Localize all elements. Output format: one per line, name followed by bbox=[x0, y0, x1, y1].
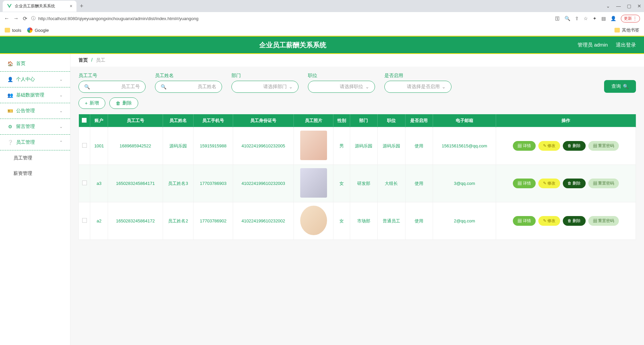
cell-enabled: 使用 bbox=[405, 127, 433, 165]
admin-label[interactable]: 管理员 admin bbox=[578, 42, 608, 48]
url-input[interactable]: ⓘ http://localhost:8080/qiyeyuangongxinc… bbox=[31, 15, 551, 21]
cell-gender: 女 bbox=[333, 202, 350, 240]
close-icon[interactable]: ✕ bbox=[637, 3, 641, 9]
filter-select-position[interactable]: 请选择职位⌄ bbox=[308, 81, 375, 93]
tab-close-icon[interactable]: × bbox=[70, 3, 72, 9]
add-button[interactable]: +新增 bbox=[78, 97, 105, 109]
cell-dept: 源码乐园 bbox=[350, 127, 377, 165]
th-photo: 员工照片 bbox=[294, 114, 333, 127]
row-checkbox[interactable] bbox=[82, 218, 87, 223]
cell-phone: 17703786903 bbox=[194, 165, 233, 202]
sidebar-item-profile[interactable]: 👤个人中心⌄ bbox=[0, 72, 70, 87]
th-position: 职位 bbox=[378, 114, 405, 127]
th-phone: 员工手机号 bbox=[194, 114, 233, 127]
reset-password-button[interactable]: ▦ 重置密码 bbox=[588, 141, 619, 151]
sidebar-sub-salary[interactable]: 薪资管理 bbox=[0, 166, 70, 181]
th-enabled: 是否启用 bbox=[405, 114, 433, 127]
employee-table: 账户 员工工号 员工姓名 员工手机号 员工身份证号 员工照片 性别 部门 职位 … bbox=[78, 114, 636, 240]
bookmark-other[interactable]: 其他书签 bbox=[614, 27, 639, 33]
table-row: a3 1650283245864171 员工姓名3 17703786903 41… bbox=[79, 165, 636, 202]
cell-idcard: 410224199610232003 bbox=[233, 165, 294, 202]
filter-label-dept: 部门 bbox=[231, 73, 299, 79]
edit-button[interactable]: ✎ 修改 bbox=[538, 141, 560, 151]
filter-input-empid[interactable]: 🔍员工工号 bbox=[78, 81, 146, 93]
filter-input-empname[interactable]: 🔍员工姓名 bbox=[155, 81, 222, 93]
app-header: 企业员工薪酬关系系统 管理员 admin 退出登录 bbox=[0, 36, 644, 54]
profile-icon[interactable]: 👤 bbox=[610, 16, 616, 21]
maximize-icon[interactable]: ▢ bbox=[627, 3, 631, 9]
select-all-checkbox[interactable] bbox=[82, 118, 87, 123]
chevron-down-icon: ⌄ bbox=[59, 77, 63, 82]
sidebar-item-notice[interactable]: 🎫公告管理⌄ bbox=[0, 103, 70, 119]
star-icon[interactable]: ☆ bbox=[584, 16, 588, 21]
help-icon: ❔ bbox=[7, 140, 13, 145]
cell-position: 大组长 bbox=[378, 165, 405, 202]
bookmark-google[interactable]: Google bbox=[27, 27, 49, 33]
logout-link[interactable]: 退出登录 bbox=[616, 42, 636, 48]
chevron-down-icon[interactable]: ⌄ bbox=[606, 3, 610, 9]
delete-row-button[interactable]: 🗑 删除 bbox=[563, 179, 585, 188]
edit-button[interactable]: ✎ 修改 bbox=[538, 179, 560, 188]
user-icon: 👤 bbox=[7, 77, 13, 82]
reload-icon[interactable]: ⟳ bbox=[23, 15, 27, 22]
minimize-icon[interactable]: — bbox=[616, 3, 621, 9]
share-icon[interactable]: ⇪ bbox=[575, 16, 579, 21]
filter-select-enabled[interactable]: 请选择是否启用⌄ bbox=[384, 81, 451, 93]
detail-button[interactable]: ▦ 详情 bbox=[513, 179, 535, 188]
detail-button[interactable]: ▦ 详情 bbox=[513, 141, 535, 151]
cell-idcard: 410224199610232005 bbox=[233, 127, 294, 165]
cell-email: 15615615615@qq.com bbox=[433, 127, 496, 165]
filter-select-dept[interactable]: 请选择部门⌄ bbox=[231, 81, 299, 93]
back-icon[interactable]: ← bbox=[4, 15, 9, 21]
delete-row-button[interactable]: 🗑 删除 bbox=[563, 141, 585, 151]
breadcrumb-home[interactable]: 首页 bbox=[78, 57, 88, 63]
forward-icon[interactable]: → bbox=[13, 15, 19, 21]
th-name: 员工姓名 bbox=[163, 114, 194, 127]
browser-tab[interactable]: 企业员工薪酬关系系统 × bbox=[3, 1, 76, 12]
delete-row-button[interactable]: 🗑 删除 bbox=[563, 216, 585, 226]
detail-button[interactable]: ▦ 详情 bbox=[513, 216, 535, 226]
query-button[interactable]: 查询🔍 bbox=[604, 80, 636, 93]
cell-photo bbox=[294, 127, 333, 165]
edit-button[interactable]: ✎ 修改 bbox=[538, 216, 560, 226]
th-email: 电子邮箱 bbox=[433, 114, 496, 127]
th-dept: 部门 bbox=[350, 114, 377, 127]
cell-name: 员工姓名2 bbox=[163, 202, 194, 240]
breadcrumb-current: 员工 bbox=[96, 57, 105, 63]
sidebar-item-employee[interactable]: ❔员工管理⌃ bbox=[0, 135, 70, 150]
key-icon[interactable]: ⚿ bbox=[555, 16, 560, 21]
side-panel-icon[interactable]: ▤ bbox=[601, 16, 606, 21]
extensions-icon[interactable]: ✦ bbox=[593, 16, 597, 21]
filters: 员工工号 🔍员工工号 员工姓名 🔍员工姓名 部门 请选择部门⌄ 职位 请选择职位… bbox=[78, 73, 636, 93]
zoom-icon[interactable]: 🔍 bbox=[565, 16, 570, 21]
chevron-down-icon: ⌄ bbox=[59, 124, 63, 129]
delete-button[interactable]: 🗑删除 bbox=[109, 97, 138, 109]
new-tab-icon[interactable]: + bbox=[76, 3, 87, 10]
sidebar-item-basedata[interactable]: 👥基础数据管理⌄ bbox=[0, 87, 70, 103]
address-bar: ← → ⟳ ⓘ http://localhost:8080/qiyeyuango… bbox=[0, 12, 644, 25]
sidebar-item-home[interactable]: 🏠首页 bbox=[0, 56, 70, 72]
bookmark-tools[interactable]: tools bbox=[5, 28, 21, 33]
cell-email: 2@qq.com bbox=[433, 202, 496, 240]
sidebar-item-message[interactable]: ⚙留言管理⌄ bbox=[0, 119, 70, 135]
url-text: http://localhost:8080/qiyeyuangongxincho… bbox=[38, 16, 199, 21]
table-row: 1001 1689685942522 源码乐园 15915915988 4102… bbox=[79, 127, 636, 165]
folder-icon bbox=[5, 28, 10, 32]
chevron-down-icon: ⌄ bbox=[289, 84, 293, 89]
reset-password-button[interactable]: ▦ 重置密码 bbox=[588, 216, 619, 226]
browser-chrome: 企业员工薪酬关系系统 × + ⌄ — ▢ ✕ ← → ⟳ ⓘ http://lo… bbox=[0, 0, 644, 36]
filter-label-empname: 员工姓名 bbox=[155, 73, 222, 79]
cell-name: 员工姓名3 bbox=[163, 165, 194, 202]
reset-password-button[interactable]: ▦ 重置密码 bbox=[588, 179, 619, 188]
cell-dept: 研发部 bbox=[350, 165, 377, 202]
update-button[interactable]: 更新 ⋮ bbox=[621, 15, 640, 22]
cell-phone: 15915915988 bbox=[194, 127, 233, 165]
chevron-down-icon: ⌄ bbox=[59, 93, 63, 97]
row-checkbox[interactable] bbox=[82, 181, 87, 185]
table-header-row: 账户 员工工号 员工姓名 员工手机号 员工身份证号 员工照片 性别 部门 职位 … bbox=[79, 114, 636, 127]
cell-ops: ▦ 详情 ✎ 修改 🗑 删除 ▦ 重置密码 bbox=[496, 165, 636, 202]
layout: 🏠首页 👤个人中心⌄ 👥基础数据管理⌄ 🎫公告管理⌄ ⚙留言管理⌄ ❔员工管理⌃… bbox=[0, 54, 644, 345]
sidebar-sub-employee[interactable]: 员工管理 bbox=[0, 150, 70, 166]
cell-account: 1001 bbox=[90, 127, 108, 165]
row-checkbox[interactable] bbox=[82, 143, 87, 148]
